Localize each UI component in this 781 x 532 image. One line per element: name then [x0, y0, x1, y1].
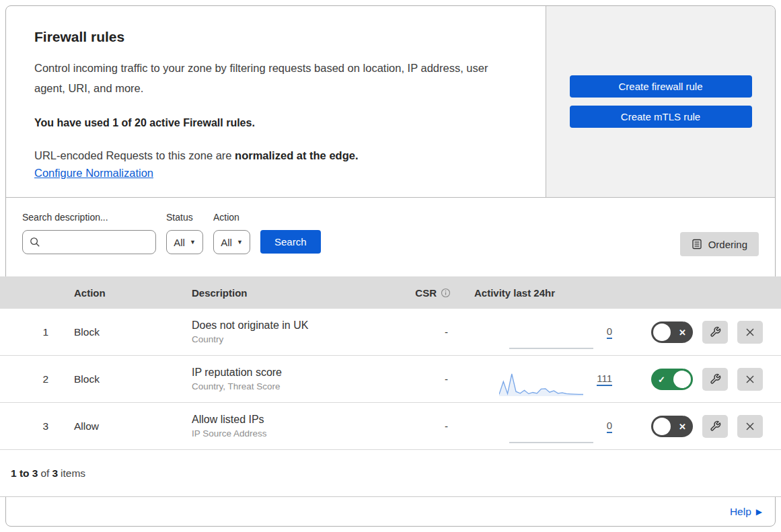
close-icon [745, 374, 755, 385]
help-link[interactable]: Help ▶ [730, 506, 762, 518]
status-label: Status [166, 212, 203, 223]
help-bar: Help ▶ [6, 497, 775, 527]
firewall-rules-card: Firewall rules Control incoming traffic … [5, 5, 776, 527]
rule-priority: 1 [0, 326, 48, 338]
rule-description: Allow listed IPs [192, 414, 404, 426]
edit-rule-button[interactable] [702, 321, 728, 344]
table-row: 2 Block IP reputation score Country, Thr… [0, 356, 781, 403]
activity-sparkline [499, 371, 583, 397]
rule-action: Block [48, 326, 192, 338]
activity-count-link[interactable]: 111 [597, 373, 612, 386]
action-select[interactable]: All ▼ [213, 230, 250, 254]
column-header-description: Description [192, 287, 404, 299]
search-box[interactable] [22, 230, 156, 254]
list-document-icon [692, 239, 702, 250]
rule-match-fields: Country, Threat Score [192, 381, 404, 391]
status-select[interactable]: All ▼ [166, 230, 203, 254]
wrench-icon [710, 373, 721, 385]
edit-rule-button[interactable] [702, 368, 728, 391]
filter-bar: Search description... Status All ▼ Actio… [6, 198, 775, 276]
normalization-bold: normalized at the edge. [235, 149, 358, 161]
rule-action: Block [48, 373, 192, 385]
page-description: Control incoming traffic to your zone by… [34, 59, 513, 98]
column-header-activity: Activity last 24hr [464, 287, 612, 299]
chevron-down-icon: ▼ [237, 239, 243, 245]
search-icon [30, 237, 40, 248]
column-header-csr: CSR [404, 287, 464, 299]
status-selected-value: All [174, 237, 185, 248]
rules-table: Action Description CSR Activity last 24h… [0, 276, 781, 497]
delete-rule-button[interactable] [737, 321, 763, 344]
close-icon [745, 327, 755, 338]
delete-rule-button[interactable] [737, 415, 763, 438]
normalization-text: URL-encoded Requests to this zone are [34, 149, 232, 161]
rule-csr-value: - [404, 373, 464, 385]
search-input[interactable] [44, 237, 149, 248]
items-range: 1 to 3 [11, 467, 38, 480]
ordering-button[interactable]: Ordering [680, 232, 759, 256]
activity-sparkline [509, 418, 593, 444]
close-icon [745, 421, 755, 432]
normalization-note: URL-encoded Requests to this zone are no… [34, 149, 513, 162]
rule-csr-value: - [404, 420, 464, 432]
table-header-row: Action Description CSR Activity last 24h… [0, 276, 781, 309]
wrench-icon [710, 420, 721, 432]
actions-panel: Create firewall rule Create mTLS rule [546, 6, 775, 197]
overview-section: Firewall rules Control incoming traffic … [6, 6, 775, 198]
rule-description: Does not originate in UK [192, 319, 404, 332]
toggle-state-icon: ✕ [679, 327, 686, 337]
activity-sparkline [509, 324, 593, 350]
items-total: 3 [52, 467, 58, 480]
toggle-knob [673, 371, 691, 388]
info-icon[interactable] [441, 288, 451, 298]
items-of: of [40, 467, 49, 480]
rule-csr-value: - [404, 326, 464, 338]
ordering-button-label: Ordering [708, 239, 747, 250]
activity-count-link[interactable]: 0 [607, 326, 612, 339]
page-title: Firewall rules [34, 29, 513, 45]
delete-rule-button[interactable] [737, 368, 763, 391]
rule-action: Allow [48, 420, 192, 432]
toggle-state-icon: ✓ [658, 374, 665, 384]
rule-match-fields: IP Source Address [192, 428, 404, 439]
help-label: Help [730, 506, 751, 518]
chevron-down-icon: ▼ [190, 239, 196, 245]
action-filter-label: Action [213, 212, 250, 223]
wrench-icon [710, 326, 721, 338]
table-row: 1 Block Does not originate in UK Country… [0, 309, 781, 356]
column-header-action: Action [48, 287, 192, 299]
items-label: items [61, 467, 85, 480]
toggle-knob [653, 418, 671, 435]
activity-count-link[interactable]: 0 [607, 420, 612, 433]
action-selected-value: All [221, 237, 232, 248]
rule-priority: 2 [0, 373, 48, 385]
rule-priority: 3 [0, 420, 48, 432]
toggle-state-icon: ✕ [679, 421, 686, 431]
csr-header-label: CSR [415, 287, 437, 299]
overview-text-panel: Firewall rules Control incoming traffic … [6, 6, 546, 197]
usage-summary: You have used 1 of 20 active Firewall ru… [34, 117, 513, 129]
toggle-knob [653, 324, 671, 341]
edit-rule-button[interactable] [702, 415, 728, 438]
rule-enabled-toggle[interactable]: ✕ [651, 321, 693, 343]
search-button[interactable]: Search [260, 230, 321, 254]
table-row: 3 Allow Allow listed IPs IP Source Addre… [0, 403, 781, 450]
rule-match-fields: Country [192, 334, 404, 344]
create-mtls-rule-button[interactable]: Create mTLS rule [570, 106, 752, 128]
pagination-summary: 1 to 3 of 3 items [0, 450, 781, 497]
chevron-right-icon: ▶ [756, 507, 762, 517]
search-description-label: Search description... [22, 212, 156, 223]
rule-enabled-toggle[interactable]: ✓ [651, 369, 693, 390]
rule-enabled-toggle[interactable]: ✕ [651, 416, 693, 437]
configure-normalization-link[interactable]: Configure Normalization [34, 167, 153, 180]
create-firewall-rule-button[interactable]: Create firewall rule [570, 75, 752, 98]
rule-description: IP reputation score [192, 367, 404, 379]
